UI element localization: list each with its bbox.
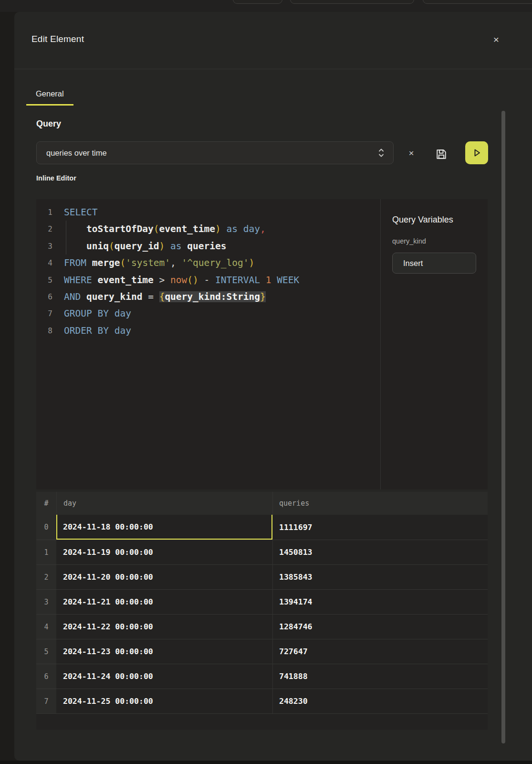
- table-body: 02024-11-18 00:00:00111169712024-11-19 0…: [36, 515, 488, 713]
- code-text: uniq(query_id) as queries: [64, 238, 227, 255]
- cell-queries[interactable]: 1385843: [272, 564, 488, 589]
- table-row: 12024-11-19 00:00:001450813: [36, 540, 488, 564]
- code-line: 1SELECT: [36, 204, 380, 221]
- save-icon: [433, 148, 449, 161]
- cell-index[interactable]: 6: [36, 664, 56, 689]
- background-bottom-edge: [0, 761, 532, 764]
- cell-queries[interactable]: 1284746: [272, 614, 488, 639]
- clear-query-button[interactable]: ×: [403, 145, 419, 161]
- background-toolbar-button[interactable]: [233, 0, 282, 4]
- table-row: 02024-11-18 00:00:001111697: [36, 515, 488, 540]
- code-text: WHERE event_time > now() - INTERVAL 1 WE…: [64, 272, 299, 288]
- cell-day[interactable]: 2024-11-25 00:00:00: [56, 689, 272, 713]
- table-footer: [36, 713, 488, 730]
- cell-day[interactable]: 2024-11-24 00:00:00: [56, 664, 272, 689]
- modal-title: Edit Element: [31, 34, 84, 44]
- table-row: 62024-11-24 00:00:00741888: [36, 664, 488, 689]
- cell-queries[interactable]: 1111697: [272, 515, 488, 540]
- line-number: 4: [36, 255, 52, 271]
- inline-editor-label: Inline Editor: [36, 174, 76, 182]
- code-line: 7GROUP BY day: [36, 305, 380, 322]
- column-header-index: #: [36, 492, 56, 515]
- code-text: FROM merge('system', '^query_log'): [64, 255, 254, 271]
- column-header-day: day: [56, 492, 272, 515]
- line-number: 7: [36, 305, 52, 322]
- modal-header: Edit Element ×: [14, 12, 532, 69]
- code-line: 8ORDER BY day: [36, 322, 380, 339]
- query-variables-title: Query Variables: [392, 215, 488, 225]
- cell-queries[interactable]: 248230: [272, 689, 488, 713]
- insert-variable-button[interactable]: Insert: [392, 253, 476, 274]
- cell-queries[interactable]: 1450813: [272, 540, 488, 564]
- code-line: 5WHERE event_time > now() - INTERVAL 1 W…: [36, 272, 380, 288]
- column-header-queries: queries: [272, 492, 488, 515]
- code-line: 6AND query_kind = {query_kind:String}: [36, 288, 380, 305]
- query-select[interactable]: queries over time: [36, 141, 394, 164]
- cell-queries[interactable]: 1394174: [272, 589, 488, 614]
- indent-guide: [66, 221, 66, 255]
- code-text: GROUP BY day: [64, 305, 131, 322]
- cell-index[interactable]: 3: [36, 589, 56, 614]
- table-row: 72024-11-25 00:00:00248230: [36, 689, 488, 713]
- cell-day[interactable]: 2024-11-19 00:00:00: [56, 540, 272, 564]
- cell-day[interactable]: 2024-11-18 00:00:00: [56, 515, 272, 540]
- code-text: AND query_kind = {query_kind:String}: [64, 288, 266, 305]
- table-row: 52024-11-23 00:00:00727647: [36, 639, 488, 664]
- line-number: 8: [36, 322, 52, 339]
- background-toolbar-button[interactable]: [290, 0, 414, 4]
- sql-editor[interactable]: 1SELECT2 toStartOfDay(event_time) as day…: [36, 199, 488, 489]
- query-section-heading: Query: [36, 119, 61, 129]
- table-header-row: #dayqueries: [36, 492, 488, 515]
- code-line: 2 toStartOfDay(event_time) as day,: [36, 221, 380, 237]
- cell-day[interactable]: 2024-11-20 00:00:00: [56, 564, 272, 589]
- cell-index[interactable]: 7: [36, 689, 56, 713]
- tab-general[interactable]: General: [26, 82, 73, 106]
- cell-day[interactable]: 2024-11-22 00:00:00: [56, 614, 272, 639]
- line-number: 6: [36, 288, 52, 305]
- table-row: 22024-11-20 00:00:001385843: [36, 564, 488, 589]
- cell-queries[interactable]: 741888: [272, 664, 488, 689]
- save-query-button[interactable]: [433, 145, 449, 161]
- table-row: 32024-11-21 00:00:001394174: [36, 589, 488, 614]
- cell-queries[interactable]: 727647: [272, 639, 488, 664]
- line-number: 3: [36, 238, 52, 255]
- cell-index[interactable]: 0: [36, 515, 56, 540]
- cell-index[interactable]: 5: [36, 639, 56, 664]
- cell-index[interactable]: 1: [36, 540, 56, 564]
- play-icon: [470, 147, 483, 159]
- line-number: 1: [36, 204, 52, 221]
- code-text: SELECT: [64, 204, 97, 221]
- variable-name-label: query_kind: [392, 237, 488, 245]
- query-variables-panel: Query Variables query_kind Insert: [380, 199, 488, 489]
- cell-index[interactable]: 4: [36, 614, 56, 639]
- cell-index[interactable]: 2: [36, 564, 56, 589]
- close-icon[interactable]: ×: [489, 32, 504, 47]
- code-text: toStartOfDay(event_time) as day,: [64, 221, 266, 237]
- code-line: 4FROM merge('system', '^query_log'): [36, 255, 380, 271]
- code-line: 3 uniq(query_id) as queries: [36, 238, 380, 255]
- code-text: ORDER BY day: [64, 322, 131, 339]
- cell-day[interactable]: 2024-11-23 00:00:00: [56, 639, 272, 664]
- cell-day[interactable]: 2024-11-21 00:00:00: [56, 589, 272, 614]
- results-table: #dayqueries 02024-11-18 00:00:0011116971…: [36, 492, 488, 730]
- line-number: 2: [36, 221, 52, 237]
- modal-scrollbar[interactable]: [501, 111, 505, 743]
- code-lines[interactable]: 1SELECT2 toStartOfDay(event_time) as day…: [36, 199, 380, 489]
- table-row: 42024-11-22 00:00:001284746: [36, 614, 488, 639]
- edit-element-modal: Edit Element × General Query queries ove…: [14, 12, 532, 761]
- chevron-up-down-icon: [378, 148, 385, 158]
- background-toolbar-button[interactable]: [423, 0, 532, 4]
- background-toolbar: [0, 0, 532, 12]
- line-number: 5: [36, 272, 52, 288]
- query-select-value: queries over time: [46, 149, 378, 158]
- run-query-button[interactable]: [465, 141, 488, 164]
